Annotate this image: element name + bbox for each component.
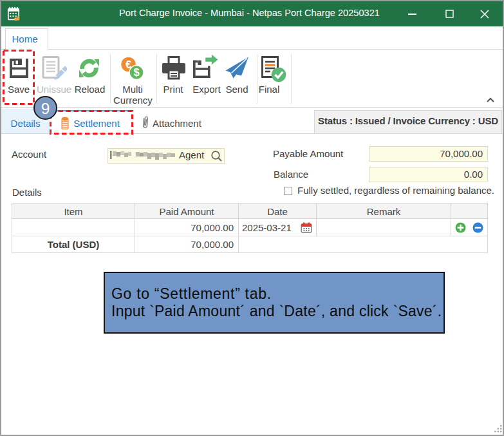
svg-text:$: $	[133, 66, 139, 78]
